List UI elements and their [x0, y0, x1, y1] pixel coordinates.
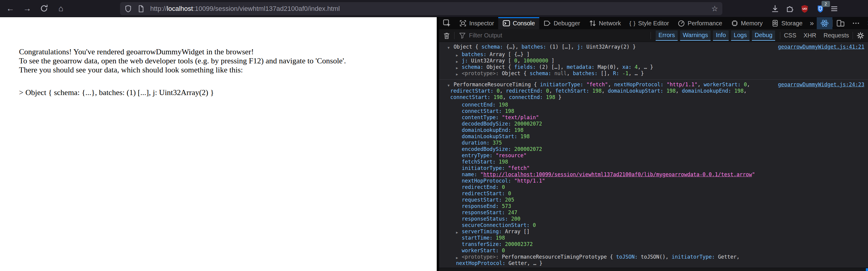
atom-icon	[820, 19, 829, 27]
console-text	[732, 88, 734, 94]
console-log-line: responseStatus: 200	[439, 216, 868, 222]
responsive-design-button[interactable]	[833, 17, 848, 29]
tab-performance[interactable]: Performance	[673, 17, 726, 29]
console-log-line: decodedBodySize: 200002072	[439, 121, 868, 127]
console-text: "	[752, 172, 755, 177]
console-settings-button[interactable]	[853, 32, 868, 39]
bookmark-star-icon[interactable]: ☆	[711, 4, 718, 13]
trash-icon	[443, 32, 451, 39]
page-line-1: Congratulations! You've rendered geoarro…	[19, 48, 437, 56]
console-text: "http/1.1"	[666, 82, 697, 88]
console-text: toJSON(),	[638, 254, 672, 260]
toolbar-separator	[454, 32, 455, 39]
console-text: fetchStart:	[462, 159, 496, 165]
responsive-design-icon	[836, 19, 845, 27]
filter-logs[interactable]: Logs	[731, 30, 749, 41]
tabbar-right-group: ×	[817, 17, 868, 29]
ublock-extension-button[interactable]: UO	[799, 3, 810, 14]
page-info-icon[interactable]	[137, 5, 145, 13]
devtools-splitter[interactable]	[437, 17, 439, 271]
clear-console-button[interactable]	[439, 32, 454, 39]
menu-button[interactable]	[829, 3, 840, 14]
home-button[interactable]: ⌂	[55, 3, 67, 14]
console-text: fields:	[514, 64, 536, 70]
filter-output-input[interactable]	[468, 32, 639, 39]
filter-xhr[interactable]: XHR	[800, 32, 820, 39]
console-log-line: connectEnd: 198	[439, 102, 868, 108]
filter-debug[interactable]: Debug	[752, 30, 775, 41]
downloads-button[interactable]	[770, 3, 780, 14]
devtools-options-button[interactable]	[848, 17, 864, 29]
console-text: ,	[608, 82, 614, 88]
console-text	[499, 114, 502, 120]
console-log-line: ▶j: Uint32Array [ 0, 10000000 ]	[439, 58, 868, 64]
debugger-icon	[544, 19, 551, 27]
console-output[interactable]: ▼Object { schema: {…}, batches: (1) […],…	[439, 42, 868, 268]
console-text: 200002372	[505, 241, 533, 247]
filter-requests[interactable]: Requests	[820, 32, 853, 39]
tab-memory[interactable]: Memory	[726, 17, 767, 29]
console-text: Array [ {…} ]	[487, 51, 530, 57]
console-text: responseStart:	[462, 209, 505, 215]
console-text: redirectEnd:	[506, 88, 543, 94]
filter-errors[interactable]: Errors	[656, 30, 677, 41]
console-text	[505, 209, 508, 215]
network-icon	[589, 19, 596, 27]
framework-devtools-button[interactable]	[817, 17, 832, 29]
console-text: schema:	[482, 44, 503, 50]
console-text: [],	[597, 70, 613, 77]
extensions-button[interactable]	[785, 3, 796, 14]
tab-network[interactable]: Network	[585, 17, 625, 29]
tab-label: Memory	[741, 20, 763, 27]
tab-storage[interactable]: Storage	[767, 17, 807, 29]
console-text	[619, 70, 622, 77]
console-text: 0	[502, 184, 505, 190]
console-text: ,	[567, 70, 573, 77]
forward-button[interactable]: →	[21, 3, 33, 14]
console-text: workerStart:	[462, 247, 499, 253]
tab-console[interactable]: Console	[498, 17, 539, 29]
console-text: 200002072	[514, 121, 542, 127]
expand-arrow-icon[interactable]: ▶	[456, 71, 458, 78]
page-line-3: There you should see your data, which sh…	[19, 65, 437, 74]
console-text: ,	[698, 82, 704, 88]
console-text: Object {	[484, 64, 514, 70]
tab-debugger[interactable]: Debugger	[539, 17, 585, 29]
console-text	[499, 203, 502, 209]
tab-style-editor[interactable]: { } Style Editor	[625, 17, 673, 29]
console-text: startTime:	[462, 235, 493, 241]
console-input-row[interactable]	[439, 268, 868, 271]
console-text: schema:	[530, 70, 551, 77]
console-log-line: ▶schema: Object { fields: (2) […], metad…	[439, 64, 868, 70]
resource-url-link[interactable]: http://localhost:10099/session/viewhtml1…	[484, 172, 752, 177]
url-bar[interactable]: http://localhost:10099/session/viewhtml1…	[120, 2, 722, 15]
reload-button[interactable]	[38, 3, 50, 14]
console-text	[502, 108, 505, 114]
pick-element-button[interactable]	[439, 17, 455, 29]
console-text: batches:	[462, 51, 487, 57]
console-text: 375	[493, 140, 502, 146]
shield-icon[interactable]	[124, 5, 132, 13]
filter-info[interactable]: Info	[713, 30, 728, 41]
console-log-line: domainLookupEnd: 198	[439, 127, 868, 133]
filter-css[interactable]: CSS	[780, 32, 800, 39]
console-text	[493, 88, 496, 94]
back-button[interactable]: ←	[4, 3, 16, 14]
tab-inspector[interactable]: Inspector	[455, 17, 498, 29]
inspector-icon	[459, 19, 467, 27]
collapse-arrow-icon[interactable]: ▼	[447, 45, 450, 51]
console-log-line: redirectStart: 0, redirectEnd: 0, fetchS…	[439, 88, 868, 94]
source-location-link[interactable]: geoarrowDummyWidget.js:41:21	[778, 44, 864, 50]
page-object-preview: > Object { schema: {...}, batches: (1) […	[19, 88, 437, 97]
console-text	[508, 216, 511, 222]
console-text: ,	[747, 82, 750, 88]
console-text	[517, 133, 520, 140]
console-text: workerStart:	[704, 82, 741, 88]
console-text: nextHopProtocol:	[462, 178, 511, 184]
source-location-link[interactable]: geoarrowDummyWidget.js:24:23	[778, 82, 864, 88]
more-tabs-button[interactable]: »	[807, 17, 817, 29]
devtools-close-button[interactable]: ×	[864, 17, 868, 29]
console-text: batches:	[522, 44, 546, 50]
console-text: Array []	[502, 229, 530, 235]
filter-warnings[interactable]: Warnings	[680, 30, 711, 41]
